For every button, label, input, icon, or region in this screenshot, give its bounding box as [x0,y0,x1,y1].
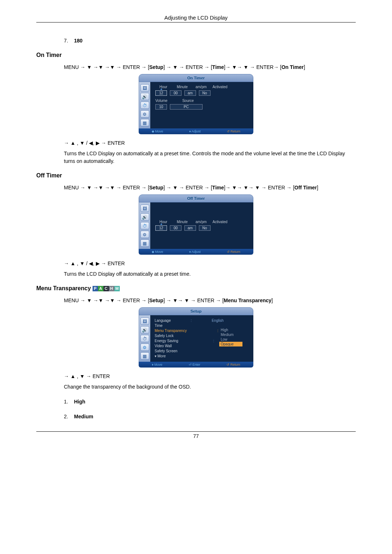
page-number: 77 [36,431,356,439]
label-volume: Volume [155,99,174,103]
picture-icon: 🖼 [140,84,149,91]
options-popup: High Medium Low Opaque [219,328,242,346]
multi-icon: ▦ [140,239,149,247]
val-ampm[interactable]: am [184,225,196,231]
val-volume[interactable]: 10 [155,104,167,110]
badge-c: C [103,286,109,291]
osd-off-timer: Off Timer 🖼 🔊 ⏱ ⚙ ▦ Hour Minute am/pm Ac… [139,194,253,255]
opt-opaque[interactable]: Opaque [219,342,242,346]
val-activated[interactable]: No [199,225,211,231]
label-ampm: am/pm [193,220,209,224]
multi-icon: ▦ [140,352,149,360]
label-minute: Minute [174,85,190,89]
val-activated[interactable]: No [199,90,211,96]
section-menu-trans-title: Menu Transparency P A C H M [36,285,356,292]
label-hour: Hour [155,85,171,89]
opt-low[interactable]: Low [219,337,242,342]
list-item-1: 1.High [64,398,356,406]
osd-title: On Timer [139,74,253,82]
page-header: Adjusting the LCD Display [36,15,356,22]
list-item-7: 7.180 [64,37,356,45]
badge-a: A [98,286,103,291]
menu-trans-adj-seq: → ▲ , ▼ → ENTER [64,373,356,380]
opt-high[interactable]: High [219,328,242,332]
setup-icon: ⏱ [140,222,149,229]
val-minute[interactable]: 00 [170,225,181,231]
picture-icon: 🖼 [140,205,149,212]
setup-row-safety-screen[interactable]: Safety Screen [154,349,250,354]
list-num: 7. [64,37,74,45]
list-value: 180 [74,38,82,44]
label-ampm: am/pm [193,85,209,89]
osd-sidebar: 🖼 🔊 ⏱ ⚙ ▦ [139,82,150,128]
label-source: Source [177,99,199,103]
list-value: High [74,399,85,405]
label-hour: Hour [155,220,171,224]
osd-footer: ♦ Move ⏎ Enter ↺ Return [139,362,253,368]
section-on-timer-title: On Timer [36,52,356,58]
osd-title: Setup [139,307,253,315]
multi-icon: ▦ [140,119,149,126]
gear-icon: ⚙ [140,110,149,118]
sound-icon: 🔊 [140,93,149,100]
val-ampm[interactable]: am [184,90,196,96]
menu-trans-nav-sequence: MENU → ▼ →▼ →▼ → ENTER → [Setup] → ▼→ ▼ … [64,297,356,304]
osd-footer: ◆ Move ♦ Adjust ↺ Return [139,128,253,134]
val-hour[interactable]: 12 [155,225,167,231]
sound-icon: 🔊 [140,326,149,333]
off-timer-adj-seq: → ▲ , ▼ / ◀, ▶ → ENTER [64,260,356,267]
val-source[interactable]: PC [170,104,203,110]
osd-sidebar: 🖼 🔊 ⏱ ⚙ ▦ [139,315,150,362]
setup-icon: ⏱ [140,335,149,342]
on-timer-adj-seq: → ▲ , ▼ / ◀, ▶ → ENTER [64,139,356,147]
osd-footer: ◆ Move ♦ Adjust ↺ Return [139,249,253,255]
osd-on-timer: On Timer 🖼 🔊 ⏱ ⚙ ▦ Hour Minute am/pm Act… [139,74,253,134]
val-hour[interactable]: 12 [155,90,167,96]
off-timer-desc: Turns the LCD Display off automatically … [64,270,356,278]
setup-icon: ⏱ [140,102,149,109]
opt-medium[interactable]: Medium [219,332,242,337]
list-item-2: 2.Medium [64,413,356,420]
gear-icon: ⚙ [140,231,149,238]
off-timer-nav-sequence: MENU → ▼ →▼ →▼ → ENTER → [Setup] → ▼ → E… [64,184,356,192]
label-activated: Activated [212,85,228,89]
list-value: Medium [74,414,93,419]
menu-trans-desc: Change the transparency of the backgroun… [64,383,356,391]
sound-icon: 🔊 [140,213,149,221]
label-minute: Minute [174,220,190,224]
badge-m: M [114,286,120,291]
list-num: 2. [64,413,74,420]
setup-row-language[interactable]: Language:English [154,318,250,323]
badge-h: H [109,286,114,291]
label-activated: Activated [212,220,228,224]
on-timer-nav-sequence: MENU → ▼ →▼ →▼ → ENTER → [Setup] → ▼ → E… [64,63,356,71]
picture-icon: 🖼 [140,317,149,325]
gear-icon: ⚙ [140,344,149,351]
osd-title: Off Timer [139,194,253,202]
val-minute[interactable]: 00 [170,90,181,96]
section-off-timer-title: Off Timer [36,172,356,179]
on-timer-desc: Turns the LCD Display on automatically a… [64,150,356,165]
list-num: 1. [64,398,74,406]
badge-p: P [93,286,98,291]
osd-menu-trans: Setup 🖼 🔊 ⏱ ⚙ ▦ Language:English Time Me… [139,307,253,368]
osd-sidebar: 🖼 🔊 ⏱ ⚙ ▦ [139,202,150,249]
setup-row-more[interactable]: ▾ More [154,354,250,359]
